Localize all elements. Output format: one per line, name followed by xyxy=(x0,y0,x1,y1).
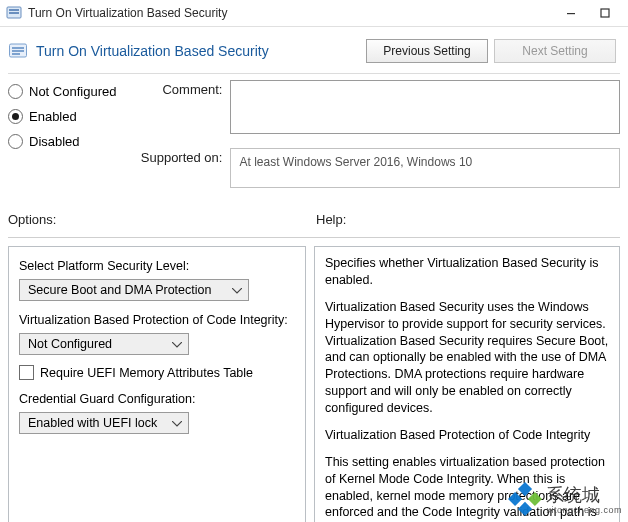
divider xyxy=(8,237,620,238)
svg-rect-2 xyxy=(9,12,19,14)
svg-rect-3 xyxy=(567,13,575,14)
svg-rect-1 xyxy=(9,9,19,11)
radio-icon xyxy=(8,109,23,124)
radio-label: Not Configured xyxy=(29,84,116,99)
help-section-label: Help: xyxy=(316,212,620,233)
title-bar: Turn On Virtualization Based Security xyxy=(0,0,628,27)
help-paragraph: Specifies whether Virtualization Based S… xyxy=(325,255,609,289)
platform-security-level-label: Select Platform Security Level: xyxy=(19,259,295,273)
supported-on-label: Supported on: xyxy=(132,148,222,188)
radio-label: Enabled xyxy=(29,109,77,124)
minimize-button[interactable] xyxy=(554,2,588,24)
credential-guard-select[interactable]: Enabled with UEFI lock xyxy=(19,412,189,434)
state-radio-group: Not Configured Enabled Disabled xyxy=(8,80,116,149)
help-paragraph: Virtualization Based Security uses the W… xyxy=(325,299,609,417)
state-disabled[interactable]: Disabled xyxy=(8,134,116,149)
chevron-down-icon xyxy=(172,416,182,430)
checkbox-label: Require UEFI Memory Attributes Table xyxy=(40,366,253,380)
policy-header: Turn On Virtualization Based Security Pr… xyxy=(8,35,620,73)
platform-security-level-select[interactable]: Secure Boot and DMA Protection xyxy=(19,279,249,301)
radio-icon xyxy=(8,84,23,99)
checkbox-icon xyxy=(19,365,34,380)
select-value: Secure Boot and DMA Protection xyxy=(28,283,211,297)
window-title: Turn On Virtualization Based Security xyxy=(28,6,554,20)
help-paragraph: Virtualization Based Protection of Code … xyxy=(325,427,609,444)
maximize-button[interactable] xyxy=(588,2,622,24)
help-panel: Specifies whether Virtualization Based S… xyxy=(314,246,620,522)
select-value: Enabled with UEFI lock xyxy=(28,416,157,430)
radio-label: Disabled xyxy=(29,134,80,149)
comment-label: Comment: xyxy=(132,80,222,134)
app-icon xyxy=(6,5,22,21)
policy-icon xyxy=(8,41,28,61)
svg-rect-6 xyxy=(12,47,24,49)
previous-setting-button[interactable]: Previous Setting xyxy=(366,39,488,63)
supported-on-value: At least Windows Server 2016, Windows 10 xyxy=(230,148,620,188)
radio-icon xyxy=(8,134,23,149)
options-panel: Select Platform Security Level: Secure B… xyxy=(8,246,306,522)
credential-guard-label: Credential Guard Configuration: xyxy=(19,392,295,406)
vbpci-select[interactable]: Not Configured xyxy=(19,333,189,355)
svg-rect-4 xyxy=(601,9,609,17)
chevron-down-icon xyxy=(172,337,182,351)
policy-title: Turn On Virtualization Based Security xyxy=(36,43,269,59)
state-enabled[interactable]: Enabled xyxy=(8,109,116,124)
select-value: Not Configured xyxy=(28,337,112,351)
svg-rect-7 xyxy=(12,50,24,52)
vbpci-label: Virtualization Based Protection of Code … xyxy=(19,313,295,327)
chevron-down-icon xyxy=(232,283,242,297)
state-not-configured[interactable]: Not Configured xyxy=(8,84,116,99)
require-uefi-memory-attributes-checkbox[interactable]: Require UEFI Memory Attributes Table xyxy=(19,365,295,380)
options-section-label: Options: xyxy=(8,212,308,233)
help-paragraph: This setting enables virtualization base… xyxy=(325,454,609,522)
next-setting-button[interactable]: Next Setting xyxy=(494,39,616,63)
svg-rect-8 xyxy=(12,53,20,55)
comment-input[interactable] xyxy=(230,80,620,134)
